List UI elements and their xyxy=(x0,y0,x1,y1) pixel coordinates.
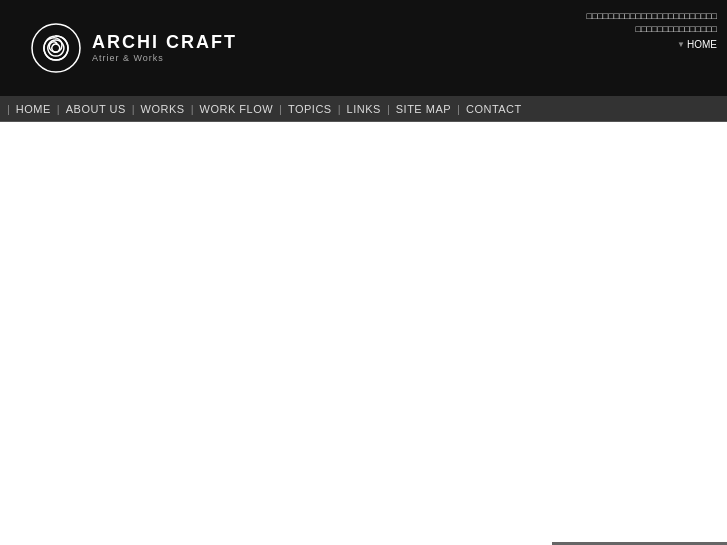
logo-title: ARCHI CRAFT xyxy=(92,32,237,54)
header: ARCHI CRAFT Atrier & Works □□□□□□□□□□□□□… xyxy=(0,0,727,96)
nav-item-contact[interactable]: CONTACT xyxy=(462,103,526,115)
nav-sep: | xyxy=(457,103,460,115)
arrow-icon: ▼ xyxy=(677,40,685,49)
nav-item-links[interactable]: LINKS xyxy=(343,103,385,115)
nav-sep: | xyxy=(57,103,60,115)
nav-item-workflow[interactable]: WORK FLOW xyxy=(196,103,278,115)
navbar: | HOME | ABOUT US | WORKS | WORK FLOW | … xyxy=(0,96,727,122)
logo-icon xyxy=(30,22,82,74)
svg-point-0 xyxy=(32,24,80,72)
logo-subtitle: Atrier & Works xyxy=(92,53,237,64)
nav-sep: | xyxy=(338,103,341,115)
nav-item-about[interactable]: ABOUT US xyxy=(62,103,130,115)
nav-item-works[interactable]: WORKS xyxy=(137,103,189,115)
header-announcement: □□□□□□□□□□□□□□□□□□□□□□□□ □□□□□□□□□□□□□□□ xyxy=(587,10,717,35)
home-link[interactable]: ▼ HOME xyxy=(587,39,717,50)
header-right: □□□□□□□□□□□□□□□□□□□□□□□□ □□□□□□□□□□□□□□□… xyxy=(587,10,717,50)
nav-item-sitemap[interactable]: SITE MAP xyxy=(392,103,455,115)
nav-sep: | xyxy=(387,103,390,115)
bottom-section: Policy □□□□□□□□□□□□□□□□□□□□□□□□□□□□□□□□□… xyxy=(0,532,727,545)
nav-item-topics[interactable]: TOPICS xyxy=(284,103,336,115)
logo-text: ARCHI CRAFT Atrier & Works xyxy=(92,32,237,64)
logo-area: ARCHI CRAFT Atrier & Works xyxy=(0,22,237,74)
main-content xyxy=(0,122,727,532)
nav-sep: | xyxy=(132,103,135,115)
nav-sep: | xyxy=(279,103,282,115)
nav-sep: | xyxy=(7,103,10,115)
nav-sep: | xyxy=(191,103,194,115)
nav-item-home[interactable]: HOME xyxy=(12,103,55,115)
